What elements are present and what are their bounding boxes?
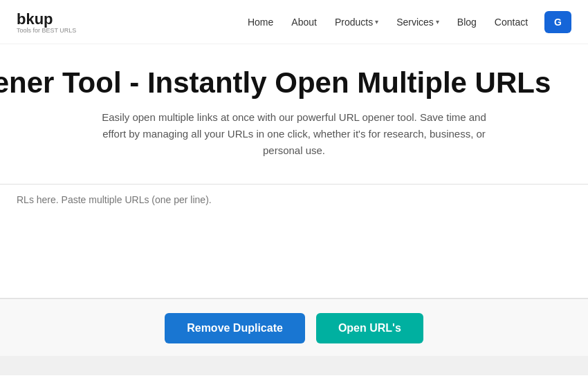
- main-nav: Home About Products ▾ Services ▾ Blog Co…: [241, 11, 571, 33]
- hero-description: Easily open multiple links at once with …: [100, 109, 488, 159]
- hero-section: pener Tool - Instantly Open Multiple URL…: [0, 44, 588, 171]
- url-textarea[interactable]: [0, 185, 588, 295]
- products-chevron-icon: ▾: [375, 18, 378, 26]
- main-content: pener Tool - Instantly Open Multiple URL…: [0, 44, 588, 356]
- action-buttons: Remove Duplicate Open URL's: [0, 299, 588, 356]
- nav-about[interactable]: About: [284, 12, 324, 32]
- url-input-section: [0, 184, 588, 299]
- logo-text: bkup: [17, 10, 76, 28]
- open-urls-button[interactable]: Open URL's: [316, 313, 423, 343]
- nav-contact[interactable]: Contact: [488, 12, 535, 32]
- page-title: pener Tool - Instantly Open Multiple URL…: [0, 66, 571, 100]
- nav-home[interactable]: Home: [241, 12, 280, 32]
- header: bkup Tools for BEST URLS Home About Prod…: [0, 0, 588, 44]
- logo: bkup Tools for BEST URLS: [17, 10, 76, 34]
- services-chevron-icon: ▾: [436, 18, 439, 26]
- nav-products[interactable]: Products ▾: [328, 12, 385, 32]
- logo-sub: Tools for BEST URLS: [17, 27, 76, 34]
- footer-bar: [0, 356, 588, 375]
- nav-cta-button[interactable]: G: [544, 11, 571, 33]
- remove-duplicate-button[interactable]: Remove Duplicate: [165, 313, 305, 343]
- nav-blog[interactable]: Blog: [450, 12, 484, 32]
- nav-services[interactable]: Services ▾: [389, 12, 446, 32]
